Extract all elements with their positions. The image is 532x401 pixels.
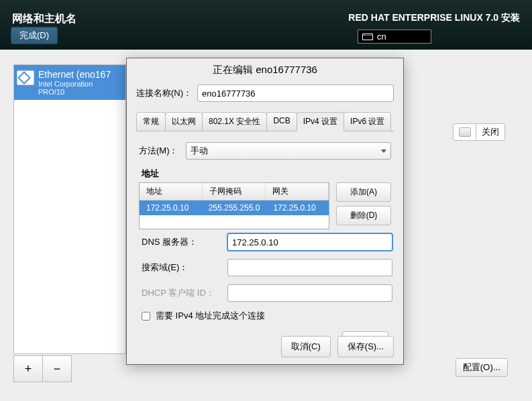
save-button[interactable]: 保存(S)...: [337, 336, 394, 357]
connection-name-input[interactable]: [197, 84, 394, 102]
tab-ipv6[interactable]: IPv6 设置: [343, 112, 391, 131]
col-gateway: 网关: [266, 183, 329, 200]
product-name: RED HAT ENTERPRISE LINUX 7.0 安装: [348, 12, 520, 24]
device-list[interactable]: Ethernet (eno167 Intel Corporation PRO/1…: [13, 64, 126, 354]
require-ipv4-checkbox[interactable]: [142, 312, 150, 321]
toggle-knob: [459, 127, 471, 137]
method-row: 方法(M)： 手动: [139, 139, 391, 162]
chevron-down-icon: [381, 150, 386, 153]
search-domain-row: 搜索域(E)：: [139, 255, 391, 280]
keyboard-indicator[interactable]: cn: [358, 30, 431, 44]
addresses-grid[interactable]: 地址 子网掩码 网关 172.25.0.10 255.255.255.0 172…: [139, 182, 329, 229]
method-select[interactable]: 手动: [186, 142, 391, 160]
edit-connection-dialog: 正在编辑 eno16777736 连接名称(N)： 常规 以太网 802.1X …: [126, 58, 404, 365]
require-ipv4-label: 需要 IPv4 地址完成这个连接: [156, 310, 265, 322]
dns-label: DNS 服务器：: [142, 236, 222, 248]
keyboard-layout: cn: [377, 32, 386, 42]
connection-toggle[interactable]: 关闭: [453, 123, 505, 141]
connection-name-row: 连接名称(N)：: [127, 82, 403, 105]
header-bar: 网络和主机名 完成(D) RED HAT ENTERPRISE LINUX 7.…: [0, 0, 532, 50]
cancel-button[interactable]: 取消(C): [281, 336, 331, 357]
tab-8021x[interactable]: 802.1X 安全性: [202, 112, 267, 131]
page-title: 网络和主机名: [12, 12, 76, 26]
ethernet-icon: [17, 70, 34, 85]
device-item-selected[interactable]: Ethernet (eno167 Intel Corporation PRO/1…: [14, 65, 125, 100]
tab-dcb[interactable]: DCB: [266, 112, 297, 131]
dialog-actions: 取消(C) 保存(S)...: [281, 336, 394, 357]
dns-input[interactable]: [227, 233, 392, 251]
cell-netmask: 255.255.255.0: [202, 200, 267, 215]
method-value: 手动: [191, 145, 208, 157]
search-domain-label: 搜索域(E)：: [142, 262, 222, 274]
remove-device-button[interactable]: −: [42, 355, 72, 382]
require-ipv4-row: 需要 IPv4 地址完成这个连接: [139, 306, 391, 326]
addresses-grid-header: 地址 子网掩码 网关: [140, 183, 329, 200]
dns-row: DNS 服务器：: [139, 229, 391, 255]
keyboard-icon: [362, 34, 373, 40]
dhcp-client-id-input[interactable]: [227, 284, 392, 302]
toggle-track: [454, 124, 476, 140]
add-address-button[interactable]: 添加(A): [336, 182, 391, 202]
ipv4-tab-body: 方法(M)： 手动 地址 地址 子网掩码 网关 172.25.0.10 255.…: [136, 131, 394, 360]
cell-address: 172.25.0.10: [140, 200, 202, 215]
col-netmask: 子网掩码: [203, 183, 266, 200]
device-subtitle: Intel Corporation PRO/10: [38, 80, 120, 96]
tab-ethernet[interactable]: 以太网: [165, 112, 203, 131]
tab-general[interactable]: 常规: [136, 112, 166, 131]
dialog-title: 正在编辑 eno16777736: [127, 58, 403, 82]
col-address: 地址: [140, 183, 203, 200]
delete-address-button[interactable]: 删除(D): [336, 206, 391, 225]
addresses-grid-row[interactable]: 172.25.0.10 255.255.255.0 172.25.0.10: [140, 200, 329, 215]
configure-button[interactable]: 配置(O)...: [456, 358, 508, 377]
connection-name-label: 连接名称(N)：: [136, 87, 192, 99]
addresses-label: 地址: [139, 162, 391, 182]
tab-ipv4[interactable]: IPv4 设置: [297, 112, 344, 131]
dhcp-client-id-label: DHCP 客户端 ID：: [142, 287, 222, 299]
done-button[interactable]: 完成(D): [11, 27, 58, 44]
search-domain-input[interactable]: [227, 259, 392, 276]
addresses-grid-buttons: 添加(A) 删除(D): [336, 182, 391, 229]
device-name: Ethernet (eno167: [38, 69, 120, 80]
add-remove-toolbar: + −: [13, 355, 72, 382]
dhcp-client-id-row: DHCP 客户端 ID：: [139, 280, 391, 306]
addresses-table-area: 地址 子网掩码 网关 172.25.0.10 255.255.255.0 172…: [139, 182, 391, 229]
cell-gateway: 172.25.0.10: [266, 200, 329, 215]
dialog-tabs: 常规 以太网 802.1X 安全性 DCB IPv4 设置 IPv6 设置: [136, 112, 394, 131]
add-device-button[interactable]: +: [13, 355, 43, 382]
method-label: 方法(M)：: [139, 145, 180, 157]
toggle-off-label: 关闭: [476, 124, 504, 140]
